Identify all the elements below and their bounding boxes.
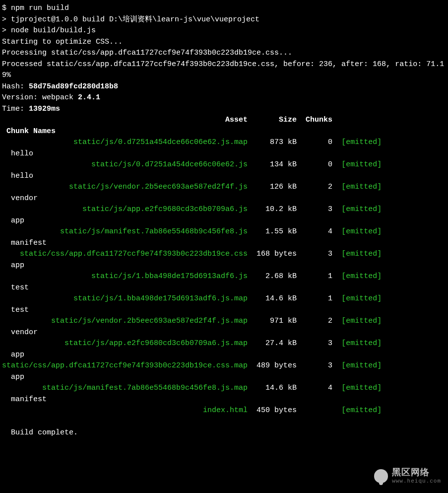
watermark-main: 黑区网络 [392, 468, 441, 478]
table-row: static/js/manifest.7ab86e55468b9c456fe8.… [2, 383, 446, 394]
build-complete-line: Build complete. [2, 427, 446, 439]
assets-table: Asset Size Chunks Chunk Names static/js/… [2, 115, 446, 417]
prompt-line: $ npm run build [2, 3, 446, 14]
table-header-wrap: Chunk Names [2, 126, 446, 138]
table-row: test [2, 282, 446, 294]
table-row: app [2, 350, 446, 361]
node-line: > node build/build.js [2, 25, 446, 37]
table-row: app [2, 215, 446, 227]
table-row: test [2, 305, 446, 316]
mushroom-icon [374, 469, 388, 483]
css-processing-line: Processing static/css/app.dfca11727ccf9e… [2, 48, 446, 59]
table-row: app [2, 260, 446, 272]
table-row: static/js/app.e2fc9680cd3c6b0709a6.js.ma… [2, 338, 446, 350]
table-row: static/js/0.d7251a454dce66c06e62.js 134 … [2, 159, 446, 171]
table-row: hello [2, 171, 446, 182]
table-row: static/js/1.bba498de175d6913adf6.js 2.68… [2, 271, 446, 282]
table-row: static/js/vendor.2b5eec693ae587ed2f4f.js… [2, 316, 446, 327]
version-line: Version: webpack 2.4.1 [2, 92, 446, 104]
watermark: 黑区网络 www.heiqu.com [374, 468, 441, 484]
table-row: vendor [2, 193, 446, 205]
table-row: manifest [2, 394, 446, 406]
watermark-sub: www.heiqu.com [392, 478, 441, 484]
table-row: static/js/manifest.7ab86e55468b9c456fe8.… [2, 226, 446, 238]
time-line: Time: 13929ms [2, 104, 446, 115]
project-line: > tjproject@1.0.0 build D:\培训资料\learn-js… [2, 14, 446, 26]
table-row: hello [2, 148, 446, 160]
table-row: static/css/app.dfca11727ccf9e74f393b0c22… [2, 360, 446, 372]
blank-line [2, 417, 446, 428]
table-row: vendor [2, 327, 446, 339]
table-row: static/css/app.dfca11727ccf9e74f393b0c22… [2, 249, 446, 260]
table-row: static/js/app.e2fc9680cd3c6b0709a6.js 10… [2, 204, 446, 215]
table-row: static/js/0.d7251a454dce66c06e62.js.map … [2, 137, 446, 148]
table-row: manifest [2, 238, 446, 249]
table-row: index.html 450 bytes [emitted] [2, 405, 446, 417]
hash-line: Hash: 58d75ad89fcd280d18b8 [2, 81, 446, 93]
css-start-line: Starting to optimize CSS... [2, 37, 446, 48]
table-header: Asset Size Chunks [2, 115, 446, 126]
table-row: static/js/vendor.2b5eec693ae587ed2f4f.js… [2, 182, 446, 193]
css-processed-line: Processed static/css/app.dfca11727ccf9e7… [2, 59, 446, 81]
table-row: static/js/1.bba498de175d6913adf6.js.map … [2, 293, 446, 305]
table-row: app [2, 372, 446, 383]
